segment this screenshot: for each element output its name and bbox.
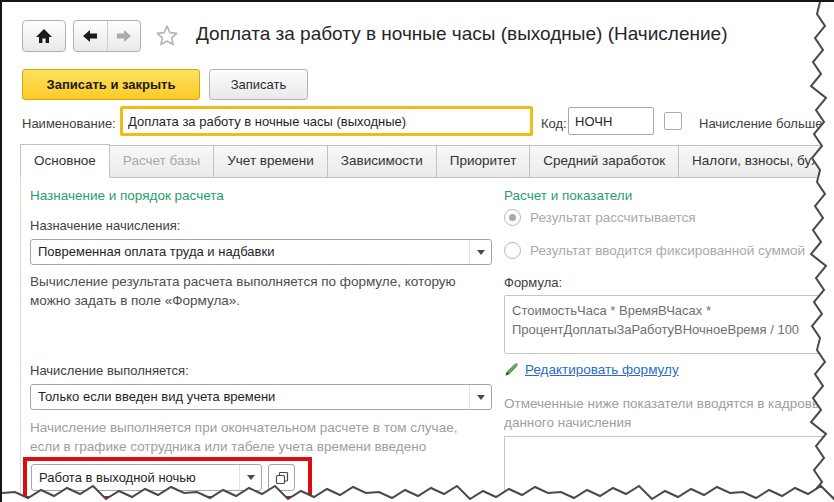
chevron-down-icon[interactable] <box>469 385 491 409</box>
tab-sredniy-zarabotok[interactable]: Средний заработок <box>529 145 679 177</box>
pencil-icon <box>504 362 519 377</box>
formula-label: Формула: <box>504 275 562 290</box>
radio-selected-icon <box>504 209 521 226</box>
1c-accrual-form-window: Доплата за работу в ночные часы (выходны… <box>0 0 834 502</box>
edit-formula-link[interactable]: Редактировать формулу <box>525 362 679 377</box>
section-title-purpose: Назначение и порядок расчета <box>30 188 224 203</box>
radio-result-fixed: Результат вводится фиксированной суммой <box>504 242 805 259</box>
back-button[interactable] <box>74 21 108 51</box>
open-icon <box>275 471 289 485</box>
indicators-hint-line1: Отмеченные ниже показатели вводятся в ка… <box>504 394 834 413</box>
tab-zavisimosti[interactable]: Зависимости <box>327 145 437 177</box>
performed-combobox-value: Только если введен вид учета времени <box>31 385 469 409</box>
page-title: Доплата за работу в ночные часы (выходны… <box>196 23 728 45</box>
forward-icon <box>116 29 132 43</box>
tab-osnovnoe[interactable]: Основное <box>20 144 110 178</box>
section-title-calculation: Расчет и показатели <box>504 188 632 203</box>
formula-text-box: СтоимостьЧаса * ВремяВЧасах * ПроцентДоп… <box>504 295 824 354</box>
tab-bar: Основное Расчет базы Учет времени Зависи… <box>20 145 834 178</box>
performed-hint-text: Начисление выполняется при окончательном… <box>30 418 475 456</box>
name-input[interactable] <box>120 106 533 136</box>
home-button[interactable] <box>22 20 66 52</box>
tab-uchet-vremeni[interactable]: Учет времени <box>213 145 328 177</box>
code-input[interactable] <box>568 107 654 135</box>
performed-combobox[interactable]: Только если введен вид учета времени <box>30 384 492 410</box>
indicators-hint-line2: данного начисления <box>504 413 631 432</box>
time-kind-combobox[interactable]: Работа в выходной ночью <box>31 464 262 491</box>
performed-combo-label: Начисление выполняется: <box>30 363 189 378</box>
save-button[interactable]: Записать <box>209 69 308 100</box>
radio-result-fixed-label: Результат вводится фиксированной суммой <box>530 243 805 258</box>
chevron-down-icon[interactable] <box>469 240 491 264</box>
purpose-combo-label: Назначение начисления: <box>30 218 180 233</box>
save-and-close-button[interactable]: Записать и закрыть <box>22 69 200 100</box>
code-field-label: Код: <box>541 116 567 131</box>
edit-formula-row: Редактировать формулу <box>504 362 679 377</box>
purpose-combobox[interactable]: Повременная оплата труда и надбавки <box>30 239 492 265</box>
tab-nalogi-vznosy[interactable]: Налоги, взносы, бухучет <box>678 145 834 177</box>
not-used-checkbox[interactable] <box>664 112 682 130</box>
tab-raschet-bazy: Расчет базы <box>109 145 214 177</box>
radio-result-calculated: Результат рассчитывается <box>504 209 696 226</box>
radio-result-calculated-label: Результат рассчитывается <box>530 210 696 225</box>
purpose-hint-text: Вычисление результата расчета выполняетс… <box>30 272 490 310</box>
tab-prioritet[interactable]: Приоритет <box>436 145 531 177</box>
indicators-list-box <box>504 436 824 498</box>
name-field-label: Наименование: <box>22 116 116 131</box>
not-used-checkbox-label: Начисление больше н <box>699 116 833 131</box>
time-kind-combobox-value: Работа в выходной ночью <box>32 465 239 490</box>
back-icon <box>82 29 98 43</box>
forward-button <box>108 21 141 51</box>
history-nav <box>73 20 141 52</box>
home-icon <box>35 28 53 44</box>
chevron-down-icon[interactable] <box>239 465 261 490</box>
open-time-kind-button[interactable] <box>268 464 295 491</box>
purpose-combobox-value: Повременная оплата труда и надбавки <box>31 240 469 264</box>
radio-unselected-icon <box>504 242 521 259</box>
favorite-star-icon[interactable] <box>153 22 181 50</box>
